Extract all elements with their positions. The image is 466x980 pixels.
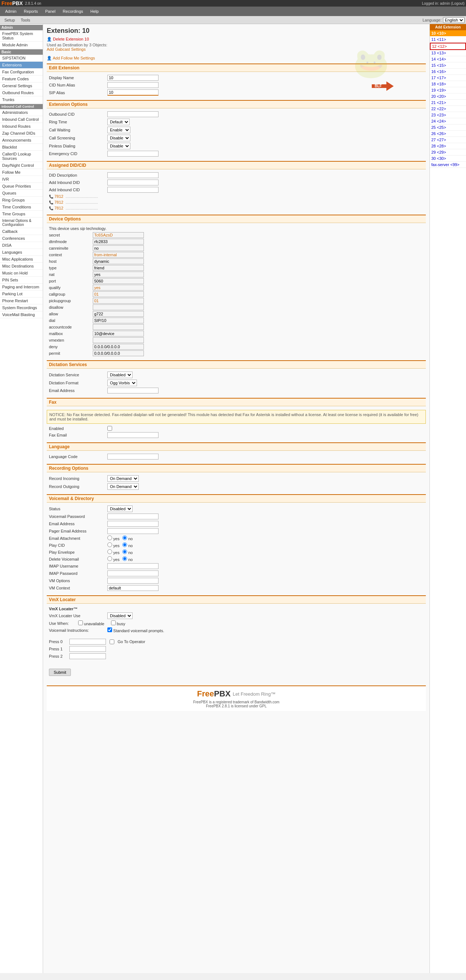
input-permit[interactable] bbox=[93, 350, 144, 356]
record-incoming-select[interactable]: On Demand Always Never bbox=[107, 475, 139, 482]
input-context[interactable] bbox=[93, 252, 144, 258]
input-disallow[interactable] bbox=[93, 304, 144, 310]
rs-item-25[interactable]: 25 <25> bbox=[430, 124, 466, 130]
sidebar-item-misc-apps[interactable]: Misc Applications bbox=[0, 256, 43, 263]
sidebar-item-time-groups[interactable]: Time Groups bbox=[0, 211, 43, 218]
sidebar-item-disa[interactable]: DISA bbox=[0, 242, 43, 249]
nav-help[interactable]: Help bbox=[87, 8, 103, 15]
nav-panel[interactable]: Panel bbox=[41, 8, 59, 15]
emergency-cid-input[interactable] bbox=[107, 151, 158, 157]
add-follow-me-link[interactable]: Add Follow Me Settings bbox=[53, 56, 95, 60]
submit-button[interactable]: Submit bbox=[49, 669, 71, 676]
rs-item-20[interactable]: 20 <20> bbox=[430, 94, 466, 100]
vmx-press-2-input[interactable] bbox=[69, 653, 106, 659]
play-envelope-no-radio[interactable] bbox=[122, 549, 127, 554]
vm-password-input[interactable] bbox=[107, 514, 158, 519]
vm-pager-email-input[interactable] bbox=[107, 528, 158, 534]
sidebar-item-inbound-call-control[interactable]: Inbound Call Control bbox=[0, 116, 43, 123]
vm-status-select[interactable]: Disabled Enabled bbox=[107, 506, 132, 512]
rs-item-26[interactable]: 26 <26> bbox=[430, 130, 466, 137]
add-inbound-cid-input[interactable] bbox=[107, 187, 158, 193]
delete-vm-yes-radio[interactable] bbox=[107, 556, 112, 561]
input-deny[interactable] bbox=[93, 344, 144, 350]
sidebar-item-time-conditions[interactable]: Time Conditions bbox=[0, 204, 43, 211]
did-number-3[interactable]: 7812 bbox=[54, 206, 63, 210]
vm-email-input[interactable] bbox=[107, 521, 158, 527]
rs-item-29[interactable]: 29 <29> bbox=[430, 149, 466, 156]
pinless-dialing-select[interactable]: Disable Enable bbox=[107, 143, 130, 149]
sidebar-item-module-admin[interactable]: Module Admin bbox=[0, 41, 43, 49]
sidebar-item-ivr[interactable]: IVR bbox=[0, 176, 43, 183]
vmx-use-select[interactable]: Disabled Enabled bbox=[107, 612, 132, 619]
delete-vm-no-radio[interactable] bbox=[122, 556, 127, 561]
dictation-email-input[interactable] bbox=[107, 388, 158, 393]
sidebar-item-trunks[interactable]: Trunks bbox=[0, 96, 43, 103]
vmx-press-1-input[interactable] bbox=[69, 646, 106, 652]
email-attach-no-radio[interactable] bbox=[122, 535, 127, 540]
rs-item-21[interactable]: 21 <21> bbox=[430, 100, 466, 106]
input-secret[interactable] bbox=[93, 232, 144, 238]
rs-item-12[interactable]: 12 <12> bbox=[430, 43, 466, 50]
lang-select[interactable]: English bbox=[443, 17, 464, 23]
sidebar-item-queues[interactable]: Queues bbox=[0, 190, 43, 197]
did-description-input[interactable] bbox=[107, 172, 158, 178]
rs-item-18[interactable]: 18 <18> bbox=[430, 81, 466, 87]
vmx-standard-prompts-checkbox[interactable] bbox=[107, 627, 112, 632]
sidebar-item-callerid-lookup[interactable]: CallerID Lookup Sources bbox=[0, 151, 43, 162]
vmx-press-0-input[interactable] bbox=[69, 639, 106, 644]
play-cid-yes-radio[interactable] bbox=[107, 542, 112, 547]
call-waiting-select[interactable]: Enable Disable bbox=[107, 127, 130, 133]
sidebar-item-queue-priorities[interactable]: Queue Priorities bbox=[0, 183, 43, 190]
tools-tools[interactable]: Tools bbox=[18, 17, 33, 23]
fax-enabled-checkbox[interactable] bbox=[107, 426, 112, 431]
sidebar-item-internal-options[interactable]: Internal Options & Configuration bbox=[0, 218, 43, 228]
sip-alias-input[interactable] bbox=[107, 89, 158, 95]
rs-item-17[interactable]: 17 <17> bbox=[430, 75, 466, 81]
sidebar-item-languages[interactable]: Languages bbox=[0, 249, 43, 256]
rs-item-14[interactable]: 14 <14> bbox=[430, 56, 466, 62]
call-screening-select[interactable]: Disable Enable bbox=[107, 135, 130, 141]
sidebar-item-follow-me[interactable]: Follow Me bbox=[0, 169, 43, 176]
rs-item-30[interactable]: 30 <30> bbox=[430, 156, 466, 162]
input-host[interactable] bbox=[93, 258, 144, 264]
rs-item-22[interactable]: 22 <22> bbox=[430, 106, 466, 112]
tools-setup[interactable]: Setup bbox=[2, 17, 18, 23]
rs-item-11[interactable]: 11 <11> bbox=[430, 37, 466, 43]
language-code-input[interactable] bbox=[107, 454, 158, 460]
sidebar-item-fax-config[interactable]: Fax Configuration bbox=[0, 68, 43, 76]
play-envelope-yes-radio[interactable] bbox=[107, 549, 112, 554]
input-vmexten[interactable] bbox=[93, 337, 144, 343]
record-outgoing-select[interactable]: On Demand Always Never bbox=[107, 483, 139, 490]
input-mailbox[interactable] bbox=[93, 331, 144, 337]
input-pickupgroup[interactable] bbox=[93, 298, 144, 304]
sidebar-item-sipstation[interactable]: SIPSTATION bbox=[0, 55, 43, 62]
add-gabcast-link[interactable]: Add Gabcast Settings bbox=[47, 47, 85, 51]
input-qualify[interactable] bbox=[93, 285, 144, 291]
input-canreinvite[interactable] bbox=[93, 245, 144, 251]
sidebar-item-outbound-routes[interactable]: Outbound Routes bbox=[0, 89, 43, 96]
rs-item-fax-server[interactable]: fax-server <99> bbox=[430, 162, 466, 168]
rs-item-23[interactable]: 23 <23> bbox=[430, 112, 466, 118]
sidebar-item-ring-groups[interactable]: Ring Groups bbox=[0, 197, 43, 204]
nav-admin[interactable]: Admin bbox=[2, 8, 20, 15]
nav-reports[interactable]: Reports bbox=[20, 8, 41, 15]
sidebar-item-day-night[interactable]: Day/Night Control bbox=[0, 162, 43, 169]
sidebar-item-music-on-hold[interactable]: Music on Hold bbox=[0, 270, 43, 277]
sidebar-item-zap-channel-dids[interactable]: Zap Channel DIDs bbox=[0, 130, 43, 137]
sidebar-item-extensions[interactable]: Extensions bbox=[0, 62, 43, 68]
rs-item-15[interactable]: 15 <15> bbox=[430, 62, 466, 68]
sidebar-item-announcements[interactable]: Announcements bbox=[0, 137, 43, 144]
rs-item-27[interactable]: 27 <27> bbox=[430, 137, 466, 143]
ring-time-select[interactable]: Default bbox=[107, 119, 130, 125]
input-dtmfmode[interactable] bbox=[93, 239, 144, 245]
rs-item-28[interactable]: 28 <28> bbox=[430, 143, 466, 149]
vm-options-input[interactable] bbox=[107, 578, 158, 584]
fax-email-input[interactable] bbox=[107, 432, 158, 438]
input-accountcode[interactable] bbox=[93, 324, 144, 330]
input-allow[interactable] bbox=[93, 311, 144, 317]
sidebar-item-inbound-routes[interactable]: Inbound Routes bbox=[0, 123, 43, 130]
sidebar-item-callback[interactable]: Callback bbox=[0, 228, 43, 235]
display-name-input[interactable] bbox=[107, 75, 158, 81]
rs-item-16[interactable]: 16 <16> bbox=[430, 68, 466, 75]
sidebar-item-parking-lot[interactable]: Parking Lot bbox=[0, 291, 43, 298]
